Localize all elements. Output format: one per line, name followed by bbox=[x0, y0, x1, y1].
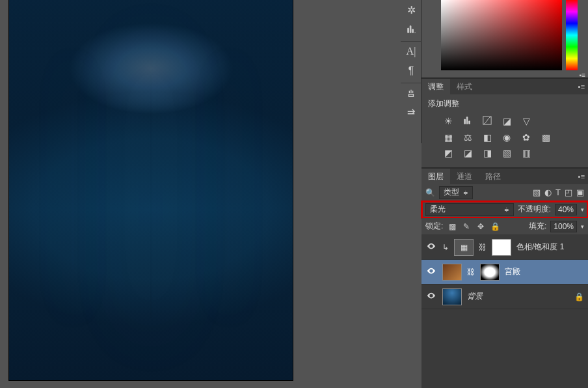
panel-menu-icon[interactable]: ▪≡ bbox=[575, 79, 588, 94]
layer-filter-row: 🔍 类型 ≑ ▧ ◐ T ◰ ▣ bbox=[421, 184, 588, 201]
adjustments-row-2: ▦ ⚖ ◧ ◉ ✿ ▩ bbox=[428, 130, 581, 145]
lock-transparent-icon[interactable]: ▩ bbox=[447, 221, 457, 232]
opacity-label: 不透明度: bbox=[518, 204, 551, 215]
color-picker-panel: ▪≡ bbox=[421, 0, 588, 78]
layer-thumbnail[interactable] bbox=[442, 264, 462, 281]
layer-row-adjustment[interactable]: ↳ ▦ ⛓ 色相/饱和度 1 bbox=[421, 235, 588, 260]
color-field[interactable] bbox=[441, 0, 562, 70]
tab-paths[interactable]: 路径 bbox=[479, 169, 507, 184]
layer-row-selected[interactable]: ⛓ 宫殿 bbox=[421, 260, 588, 284]
panel-menu-icon[interactable]: ▪≡ bbox=[575, 169, 588, 184]
adj-invert-icon[interactable]: ◩ bbox=[442, 148, 454, 158]
adjustment-thumbnail-icon[interactable]: ▦ bbox=[454, 239, 474, 256]
adjustments-row-3: ◩ ◪ ◨ ▧ ▥ bbox=[428, 145, 581, 161]
layer-mask-thumbnail[interactable] bbox=[480, 264, 500, 281]
lock-position-icon[interactable]: ✥ bbox=[475, 221, 486, 232]
tool-histogram-icon[interactable] bbox=[401, 20, 421, 39]
layer-name[interactable]: 宫殿 bbox=[505, 266, 520, 277]
filter-type-dropdown[interactable]: 类型 ≑ bbox=[439, 186, 473, 199]
layer-name[interactable]: 背景 bbox=[467, 291, 483, 302]
visibility-toggle-icon[interactable] bbox=[425, 242, 437, 253]
tab-adjustments[interactable]: 调整 bbox=[421, 79, 450, 94]
lock-all-icon[interactable]: 🔒 bbox=[490, 221, 500, 232]
chevron-down-icon: ≑ bbox=[463, 189, 468, 196]
tool-tool-presets-icon[interactable] bbox=[401, 103, 421, 122]
document-canvas[interactable] bbox=[9, 0, 293, 380]
tool-paragraph-icon[interactable]: ¶ bbox=[401, 61, 421, 81]
layers-list: ↳ ▦ ⛓ 色相/饱和度 1 ⛓ 宫殿 背景 🔒 bbox=[421, 235, 588, 388]
tab-styles[interactable]: 样式 bbox=[450, 79, 479, 94]
fill-slider-arrow-icon[interactable]: ▾ bbox=[581, 223, 584, 230]
clip-indicator-icon: ↳ bbox=[442, 243, 449, 252]
adj-posterize-icon[interactable]: ◪ bbox=[462, 148, 474, 158]
adj-balance-icon[interactable]: ⚖ bbox=[462, 132, 474, 143]
adj-vibrance-icon[interactable]: ▽ bbox=[520, 116, 532, 127]
tab-layers[interactable]: 图层 bbox=[421, 169, 450, 184]
adjustments-panel: 调整 样式 ▪≡ 添加调整 ☀ ◪ ▽ ▦ ⚖ ◧ ◉ ✿ ▩ ◩ bbox=[421, 78, 588, 168]
blend-mode-dropdown[interactable]: 柔光 ≑ bbox=[425, 203, 514, 216]
hue-slider[interactable] bbox=[566, 0, 578, 70]
opacity-input[interactable]: 40% bbox=[555, 204, 577, 215]
layer-row-background[interactable]: 背景 🔒 bbox=[421, 284, 588, 309]
visibility-toggle-icon[interactable] bbox=[425, 266, 437, 277]
adj-curves-icon[interactable] bbox=[481, 116, 493, 127]
filter-smart-icon[interactable]: ▣ bbox=[576, 187, 584, 197]
adj-brightness-icon[interactable]: ☀ bbox=[442, 116, 454, 127]
mask-link-icon[interactable]: ⛓ bbox=[479, 243, 487, 252]
layer-thumbnail[interactable] bbox=[442, 288, 462, 305]
adjustments-title: 添加调整 bbox=[428, 98, 581, 109]
adj-exposure-icon[interactable]: ◪ bbox=[501, 116, 513, 127]
visibility-toggle-icon[interactable] bbox=[425, 291, 437, 302]
search-icon[interactable]: 🔍 bbox=[425, 188, 435, 197]
adj-selective-icon[interactable]: ▧ bbox=[501, 148, 513, 158]
adj-gradient-map-icon[interactable]: ▥ bbox=[520, 148, 532, 158]
adj-photo-filter-icon[interactable]: ◉ bbox=[501, 132, 513, 143]
opacity-slider-arrow-icon[interactable]: ▾ bbox=[581, 206, 584, 213]
adj-threshold-icon[interactable]: ◨ bbox=[481, 148, 493, 158]
filter-shape-icon[interactable]: ◰ bbox=[565, 187, 572, 197]
adj-lookup-icon[interactable]: ▩ bbox=[540, 132, 552, 143]
layer-mask-thumbnail[interactable] bbox=[492, 239, 511, 256]
lock-fill-row: 锁定: ▩ ✎ ✥ 🔒 填充: 100% ▾ bbox=[421, 218, 588, 235]
adj-channel-mixer-icon[interactable]: ✿ bbox=[520, 132, 532, 143]
layer-name[interactable]: 色相/饱和度 1 bbox=[516, 242, 564, 253]
tool-character-icon[interactable]: A| bbox=[401, 42, 421, 61]
right-panel-column: ▪≡ 调整 样式 ▪≡ 添加调整 ☀ ◪ ▽ ▦ ⚖ ◧ ◉ ✿ ▩ bbox=[421, 0, 588, 388]
fill-label: 填充: bbox=[529, 221, 546, 232]
tab-channels[interactable]: 通道 bbox=[450, 169, 479, 184]
canvas-area bbox=[0, 0, 400, 388]
blend-mode-value: 柔光 bbox=[430, 204, 446, 215]
tool-brush-presets-icon[interactable] bbox=[401, 83, 421, 103]
filter-type-label: 类型 bbox=[444, 187, 459, 198]
filter-adjust-icon[interactable]: ◐ bbox=[544, 187, 552, 197]
filter-pixel-icon[interactable]: ▧ bbox=[533, 187, 541, 197]
tool-ship-wheel-icon[interactable]: ✲ bbox=[401, 0, 421, 20]
mask-link-icon[interactable]: ⛓ bbox=[467, 268, 475, 277]
chevron-down-icon: ≑ bbox=[504, 206, 509, 213]
layers-panel: 图层 通道 路径 ▪≡ 🔍 类型 ≑ ▧ ◐ T ◰ ▣ 柔光 ≑ bbox=[421, 168, 588, 388]
lock-icon: 🔒 bbox=[574, 292, 584, 301]
panel-menu-icon[interactable]: ▪≡ bbox=[580, 72, 585, 79]
adj-bw-icon[interactable]: ◧ bbox=[481, 132, 493, 143]
blend-opacity-row: 柔光 ≑ 不透明度: 40% ▾ bbox=[421, 201, 588, 218]
adj-levels-icon[interactable] bbox=[462, 116, 474, 127]
adjustments-row-1: ☀ ◪ ▽ bbox=[428, 113, 581, 130]
fill-input[interactable]: 100% bbox=[550, 221, 577, 232]
adj-hue-icon[interactable]: ▦ bbox=[442, 132, 454, 143]
vertical-toolbar: ✲ A| ¶ bbox=[401, 0, 421, 143]
lock-label: 锁定: bbox=[425, 221, 443, 232]
lock-paint-icon[interactable]: ✎ bbox=[461, 221, 472, 232]
filter-type-icon-t[interactable]: T bbox=[555, 187, 561, 197]
